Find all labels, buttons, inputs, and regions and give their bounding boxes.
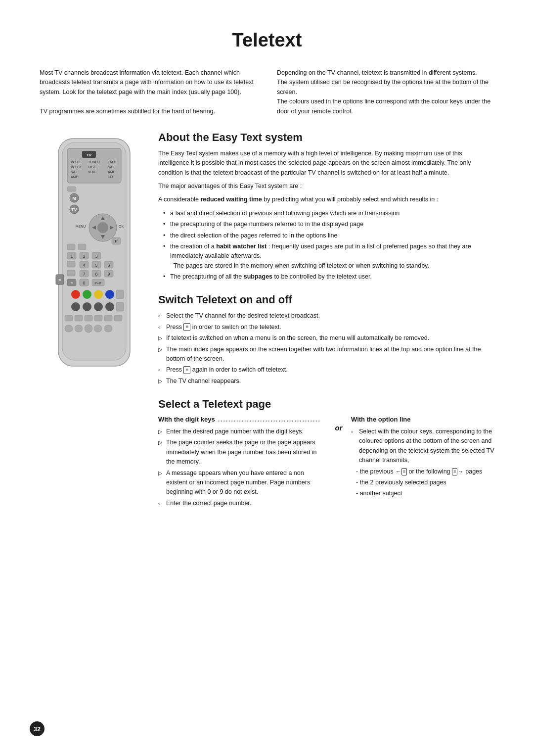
right-header-label: With the option line [351,416,410,423]
intro-left-text: Most TV channels broadcast information v… [40,68,257,116]
svg-text:MENU: MENU [75,225,86,228]
switch-item-5: Press ≡ again in order to switch off tel… [158,365,494,375]
select-right-list: Select with the colour keys, correspondi… [351,427,494,499]
svg-text:DISC: DISC [88,165,96,169]
svg-point-67 [71,302,80,311]
svg-text:3: 3 [95,254,97,259]
intro-left: Most TV channels broadcast information v… [40,68,257,116]
svg-text:1: 1 [70,254,73,259]
svg-text:AMP: AMP [108,170,116,174]
switch-item-3: If teletext is switched on when a menu i… [158,333,494,343]
easy-text-para2: The major advantages of this Easy Text s… [158,182,494,191]
select-left-item-2: The page counter seeks the page or the p… [158,438,326,467]
svg-text:≡: ≡ [58,278,61,283]
dots-fill: ....................................... [218,416,321,423]
svg-text:TV: TV [71,207,77,212]
svg-text:4: 4 [83,263,85,268]
svg-point-70 [105,302,114,311]
select-right-item-2: - the previous ←≡ or the following ≡→ pa… [351,467,494,476]
svg-text:6: 6 [107,263,110,268]
svg-rect-77 [114,315,122,321]
svg-text:5: 5 [95,263,97,268]
select-two-col: With the digit keys ....................… [158,416,494,510]
svg-point-80 [85,325,92,332]
remote-svg: TV VCR 1 TUNER TAPE VCR 2 DISC SAT SAT A… [48,136,140,374]
bullet-2: the precapturing of the page numbers ref… [163,220,494,229]
svg-rect-74 [85,315,92,321]
svg-text:2: 2 [83,254,85,259]
svg-rect-31 [67,244,75,250]
left-header-label: With the digit keys [158,416,215,423]
svg-text:M: M [72,196,76,201]
svg-text:7: 7 [83,272,85,277]
intro-right: Depending on the TV channel, teletext is… [277,68,494,116]
svg-text:SAT: SAT [71,170,78,174]
select-left-col: With the digit keys ....................… [158,416,326,510]
svg-rect-72 [65,315,73,321]
svg-point-69 [94,302,103,311]
select-left-header: With the digit keys ....................… [158,416,326,423]
bullet-5: The precapturing of all the subpages to … [163,272,494,282]
svg-text:TUNER: TUNER [88,160,100,164]
or-label: or [335,424,343,432]
svg-rect-81 [94,325,102,332]
select-right-item-3: - the 2 previously selected pages [351,478,494,487]
svg-text:TAPE: TAPE [108,160,117,164]
select-right-header: With the option line [351,416,494,423]
select-right-item-1: Select with the colour keys, correspondi… [351,427,494,466]
select-left-item-1: Enter the desired page number with the d… [158,427,326,436]
switch-item-1: Select the TV channel for the desired te… [158,311,494,321]
svg-rect-66 [116,290,124,299]
content-column: About the Easy Text system The Easy Text… [158,131,494,510]
svg-rect-71 [116,302,124,311]
svg-point-64 [94,290,103,299]
svg-text:0: 0 [83,281,85,285]
page-title: Teletext [40,30,494,51]
intro-right-text: Depending on the TV channel, teletext is… [277,68,494,116]
svg-text:P+P: P+P [94,282,101,285]
bullet-3: the direct selection of the pages referr… [163,231,494,240]
select-title: Select a Teletext page [158,398,494,411]
switch-item-6: The TV channel reappears. [158,377,494,386]
intro-section: Most TV channels broadcast information v… [40,68,494,116]
switch-title: Switch Teletext on and off [158,293,494,306]
svg-point-62 [71,290,80,299]
svg-rect-76 [104,315,112,321]
svg-text:≡: ≡ [70,281,72,284]
svg-rect-46 [67,270,75,276]
main-content: TV VCR 1 TUNER TAPE VCR 2 DISC SAT SAT A… [40,131,494,510]
svg-text:CD: CD [108,175,113,179]
svg-text:VOIC: VOIC [88,170,96,174]
select-left-item-4: Enter the correct page number. [158,499,326,508]
easy-text-bullets: a fast and direct selection of previous … [163,209,494,282]
svg-point-63 [83,290,91,299]
switch-list: Select the TV channel for the desired te… [158,311,494,386]
bullet-1: a fast and direct selection of previous … [163,209,494,218]
easy-text-title: About the Easy Text system [158,131,494,144]
svg-text:P: P [115,239,117,243]
svg-rect-79 [75,325,83,332]
svg-text:OK: OK [118,225,123,228]
svg-rect-82 [104,325,112,332]
svg-rect-32 [78,244,86,250]
switch-item-2: Press ≡ in order to switch on the telete… [158,323,494,332]
switch-item-4: The main index page appears on the scree… [158,345,494,364]
svg-text:AMP: AMP [71,175,79,179]
svg-text:VCR 2: VCR 2 [71,165,81,169]
svg-rect-78 [65,325,73,332]
svg-rect-75 [94,315,102,321]
easy-text-para1: The Easy Text system makes use of a memo… [158,149,494,178]
page-container: Teletext Most TV channels broadcast info… [0,0,534,756]
svg-text:TV: TV [86,153,91,157]
svg-point-22 [97,222,108,233]
remote-wrapper: TV VCR 1 TUNER TAPE VCR 2 DISC SAT SAT A… [40,136,148,374]
or-divider: or [326,416,351,510]
svg-point-65 [105,290,114,299]
svg-rect-16 [67,187,76,191]
svg-text:SAT: SAT [108,165,115,169]
svg-point-68 [83,302,91,311]
select-right-col: With the option line Select with the col… [351,416,494,510]
easy-text-para3: A considerable reduced waiting time by p… [158,195,494,204]
svg-rect-39 [67,261,75,267]
svg-rect-73 [75,315,83,321]
